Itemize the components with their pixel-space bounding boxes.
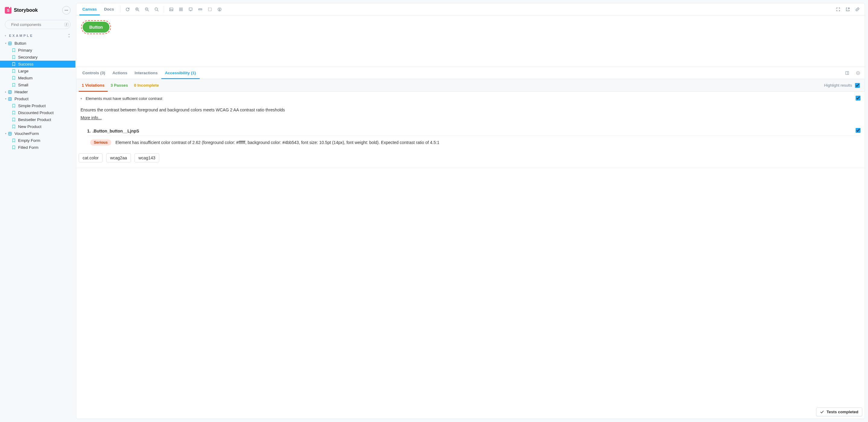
- accessibility-vision-button[interactable]: [215, 5, 224, 13]
- chevron-down-icon: ▾: [81, 97, 82, 100]
- a11y-tags: cat.colorwcag2aawcag143: [79, 153, 861, 162]
- svg-point-0: [65, 10, 65, 10]
- zoom-in-button[interactable]: [133, 5, 142, 13]
- component-icon: [8, 132, 12, 136]
- story-icon: [11, 48, 16, 53]
- story-icon: [11, 145, 16, 150]
- story-success[interactable]: Success: [0, 61, 75, 67]
- brand[interactable]: S Storybook: [5, 7, 38, 13]
- addon-tab-actions[interactable]: Actions: [109, 67, 131, 79]
- brand-name: Storybook: [14, 7, 38, 13]
- story-small[interactable]: Small: [0, 82, 75, 88]
- zoom-out-button[interactable]: [143, 5, 151, 13]
- viewport-button[interactable]: [186, 5, 195, 13]
- story-icon: [11, 118, 16, 122]
- brand-header: S Storybook: [0, 6, 75, 20]
- story-simple-product[interactable]: Simple Product: [0, 102, 75, 109]
- ruler-icon: [198, 7, 203, 11]
- svg-rect-30: [180, 10, 181, 11]
- component-header[interactable]: ▸Header: [0, 88, 75, 95]
- svg-rect-34: [199, 9, 202, 10]
- search-field[interactable]: /: [5, 20, 70, 29]
- zoom-reset-button[interactable]: [152, 5, 161, 13]
- addon-panel-close-button[interactable]: [854, 69, 862, 77]
- component-icon: [8, 41, 12, 46]
- story-new-product[interactable]: New Product: [0, 123, 75, 130]
- component-button[interactable]: ▾Button: [0, 40, 75, 47]
- story-bestseller-product[interactable]: Bestseller Product: [0, 116, 75, 123]
- sidebar-menu-button[interactable]: [62, 6, 70, 15]
- grid-icon: [179, 7, 183, 11]
- highlight-results-checkbox[interactable]: [855, 83, 860, 88]
- a11y-rule: ▾ Elements must have sufficient color co…: [76, 92, 865, 168]
- measure-button[interactable]: [196, 5, 205, 13]
- a11y-rule-title: Elements must have sufficient color cont…: [86, 96, 162, 101]
- story-icon: [11, 55, 16, 59]
- addon-tab-accessibility[interactable]: Accessibility (1): [161, 67, 200, 79]
- search-input[interactable]: [11, 22, 62, 27]
- a11y-tag: wcag143: [134, 153, 159, 162]
- highlight-results-label: Highlight results: [824, 83, 852, 88]
- link-icon: [855, 7, 860, 11]
- a11y-node-selector: .Button_button__LjnpS: [93, 129, 140, 134]
- storybook-logo-icon: S: [5, 7, 11, 13]
- addons-panel: Controls (3) Actions Interactions Access…: [76, 67, 865, 419]
- story-button-success[interactable]: Button: [83, 22, 110, 33]
- outline-button[interactable]: [206, 5, 214, 13]
- tab-docs[interactable]: Docs: [101, 3, 117, 16]
- background-button[interactable]: [167, 5, 176, 13]
- story-medium[interactable]: Medium: [0, 75, 75, 82]
- zoom-reset-icon: [154, 7, 159, 11]
- component-product[interactable]: ▾Product: [0, 95, 75, 102]
- a11y-tab-passes[interactable]: 3 Passes: [108, 79, 131, 92]
- svg-line-18: [138, 10, 140, 11]
- svg-point-1: [66, 10, 67, 10]
- component-tree: ▾ButtonPrimarySecondarySuccessLargeMediu…: [0, 38, 75, 151]
- component-voucherform[interactable]: ▾VoucherForm: [0, 130, 75, 137]
- story-icon: [11, 76, 16, 80]
- a11y-rule-checkbox[interactable]: [856, 96, 861, 101]
- story-primary[interactable]: Primary: [0, 47, 75, 54]
- viewport-icon: [188, 7, 193, 11]
- a11y-node-header[interactable]: 1. .Button_button__LjnpS: [87, 126, 861, 136]
- story-secondary[interactable]: Secondary: [0, 54, 75, 61]
- svg-rect-29: [181, 8, 183, 9]
- a11y-tag: wcag2aa: [106, 153, 131, 162]
- story-icon: [11, 62, 16, 66]
- status-tests-completed[interactable]: Tests completed: [816, 407, 862, 416]
- svg-rect-31: [181, 10, 183, 11]
- a11y-more-info-link[interactable]: More info...: [81, 115, 102, 120]
- expand-collapse-icon[interactable]: [67, 34, 70, 37]
- a11y-node-checkbox[interactable]: [856, 128, 861, 133]
- fullscreen-button[interactable]: [834, 5, 842, 13]
- addon-tab-controls[interactable]: Controls (3): [79, 67, 109, 79]
- component-icon: [8, 90, 12, 94]
- open-new-tab-button[interactable]: [843, 5, 852, 13]
- a11y-tab-incomplete[interactable]: 0 Incomplete: [131, 79, 162, 92]
- section-header-example[interactable]: ▾ EXAMPLE: [0, 33, 75, 38]
- story-icon: [11, 69, 16, 73]
- story-icon: [11, 111, 16, 115]
- main: Canvas Docs B: [75, 0, 868, 422]
- a11y-tab-violations[interactable]: 1 Violations: [79, 79, 108, 92]
- story-discounted-product[interactable]: Discounted Product: [0, 109, 75, 116]
- story-icon: [11, 125, 16, 129]
- story-empty-form[interactable]: Empty Form: [0, 137, 75, 144]
- a11y-subtabs: 1 Violations 3 Passes 0 Incomplete Highl…: [76, 79, 865, 92]
- grid-button[interactable]: [177, 5, 185, 13]
- close-icon: [856, 71, 860, 75]
- refresh-icon: [125, 7, 130, 11]
- external-link-icon: [846, 7, 850, 11]
- story-filled-form[interactable]: Filled Form: [0, 144, 75, 151]
- addon-panel-position-button[interactable]: [843, 69, 851, 77]
- story-large[interactable]: Large: [0, 67, 75, 75]
- addon-tab-interactions[interactable]: Interactions: [131, 67, 161, 79]
- story-icon: [11, 139, 16, 143]
- a11y-rule-header[interactable]: ▾ Elements must have sufficient color co…: [76, 92, 865, 105]
- a11y-node-index: 1.: [87, 129, 91, 134]
- tab-canvas[interactable]: Canvas: [79, 3, 100, 16]
- a11y-highlight-outline: Button: [81, 20, 111, 34]
- copy-link-button[interactable]: [853, 5, 862, 13]
- remount-button[interactable]: [123, 5, 132, 13]
- ellipsis-icon: [64, 8, 68, 12]
